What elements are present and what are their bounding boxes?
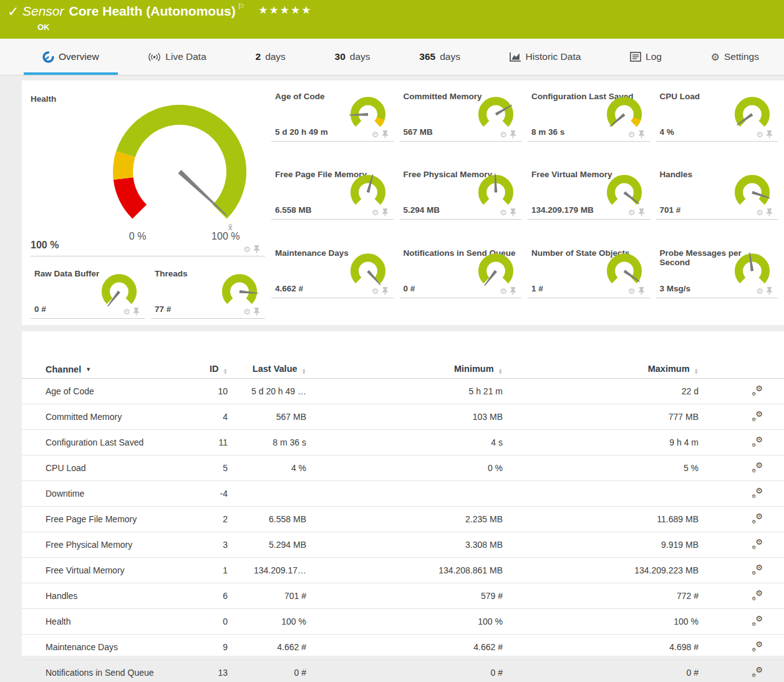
- tab-count: 365: [419, 51, 435, 62]
- channel-settings-icon[interactable]: ⚙⚙: [752, 385, 763, 396]
- channel-settings-icon[interactable]: ⚙⚙: [752, 462, 763, 473]
- pin-icon[interactable]: [638, 287, 645, 295]
- gear-icon[interactable]: ⚙: [372, 130, 379, 139]
- pin-icon[interactable]: [382, 130, 389, 139]
- priority-stars[interactable]: ★★★★★: [258, 4, 312, 16]
- tab-label: days: [440, 51, 460, 62]
- cell-id: 0: [195, 616, 228, 626]
- tab-label: Log: [646, 51, 662, 62]
- tab-2-days[interactable]: 2 days: [237, 39, 304, 75]
- cell-channel: Notifications in Send Queue: [46, 668, 195, 678]
- pin-icon[interactable]: [253, 308, 260, 316]
- gauge-tile-configuration-last-saved: Configuration Last Saved 8 m 36 s ⚙: [528, 84, 650, 142]
- tab-historic-data[interactable]: Historic Data: [491, 39, 600, 75]
- gear-icon[interactable]: ⚙: [500, 208, 507, 217]
- page-title: Core Health (Autonomous): [69, 4, 236, 18]
- gear-icon[interactable]: ⚙: [628, 287, 636, 295]
- channel-settings-icon[interactable]: ⚙⚙: [752, 666, 763, 678]
- cell-channel: Maintenance Days: [46, 642, 195, 652]
- mini-gauge: [729, 94, 775, 136]
- pin-icon[interactable]: [766, 287, 773, 295]
- gear-icon[interactable]: ⚙: [372, 287, 379, 295]
- channel-settings-icon[interactable]: ⚙⚙: [752, 487, 763, 499]
- column-header-id[interactable]: ID▲▼: [195, 364, 228, 375]
- tab-30-days[interactable]: 30 days: [316, 39, 389, 75]
- cell-maximum: 0 #: [503, 668, 699, 678]
- tab-count: 2: [256, 51, 261, 62]
- mini-gauge: [601, 172, 647, 214]
- chart-icon: [510, 52, 521, 62]
- channel-settings-icon[interactable]: ⚙⚙: [752, 590, 763, 601]
- gauge-needle: [178, 170, 228, 217]
- mini-gauge: [473, 94, 519, 136]
- gear-icon[interactable]: ⚙: [628, 208, 636, 217]
- mini-gauge: [601, 94, 647, 136]
- pin-icon[interactable]: [766, 130, 773, 139]
- gauge-value: 4 %: [660, 127, 674, 137]
- object-kind-label: Sensor: [22, 4, 64, 18]
- channel-settings-icon[interactable]: ⚙⚙: [752, 538, 763, 550]
- pin-icon[interactable]: [133, 308, 140, 316]
- channel-settings-icon[interactable]: ⚙⚙: [752, 615, 763, 626]
- cell-maximum: 9.919 MB: [503, 540, 699, 550]
- gear-icon[interactable]: ⚙: [243, 245, 251, 253]
- gear-icon[interactable]: ⚙: [756, 208, 763, 217]
- gear-icon[interactable]: ⚙: [756, 287, 763, 295]
- pin-icon[interactable]: [253, 245, 260, 253]
- gauge-tile-handles: Handles 701 # ⚙: [656, 162, 778, 220]
- cell-id: 6: [195, 591, 228, 601]
- cell-last-value: 8 m 36 s: [228, 437, 306, 447]
- gauge-tile-committed-memory: Committed Memory 567 MB ⚙: [400, 84, 522, 142]
- cell-maximum: 11.689 MB: [503, 514, 699, 524]
- channel-settings-icon[interactable]: ⚙⚙: [752, 513, 763, 524]
- pin-icon[interactable]: [510, 287, 516, 295]
- channel-settings-icon[interactable]: ⚙⚙: [752, 436, 763, 447]
- gear-icon[interactable]: ⚙: [372, 208, 379, 217]
- column-header-maximum[interactable]: Maximum▲▼: [503, 364, 699, 375]
- cell-channel: Health: [46, 616, 195, 626]
- cell-maximum: 777 MB: [503, 412, 699, 422]
- cell-maximum: 100 %: [503, 616, 699, 626]
- column-header-last-value[interactable]: Last Value▲▼: [228, 364, 306, 375]
- cell-channel: Configuration Last Saved: [46, 437, 195, 447]
- pin-icon[interactable]: [766, 208, 773, 217]
- tab-bar: Overview Live Data 2 days 30 days 365 da…: [0, 39, 784, 76]
- gear-icon[interactable]: ⚙: [123, 308, 130, 316]
- pin-icon[interactable]: [382, 208, 389, 217]
- tab-overview[interactable]: Overview: [24, 39, 118, 75]
- gauge-value: 3 Msg/s: [660, 284, 691, 293]
- table-row: Free Page File Memory 2 6.558 MB 2.235 M…: [22, 507, 784, 532]
- cell-last-value: 567 MB: [228, 412, 306, 422]
- gear-icon[interactable]: ⚙: [243, 308, 251, 316]
- pin-icon[interactable]: [510, 130, 516, 139]
- mini-gauge: [729, 172, 775, 214]
- pin-icon[interactable]: [638, 130, 645, 139]
- sort-icon: ▲▼: [223, 368, 228, 375]
- column-header-channel[interactable]: Channel▼: [46, 364, 195, 374]
- gear-icon[interactable]: ⚙: [500, 130, 507, 139]
- gauge-tile-free-physical-memory: Free Physical Memory 5.294 MB ⚙: [400, 162, 522, 220]
- gear-icon[interactable]: ⚙: [500, 287, 507, 295]
- cell-channel: Downtime: [46, 489, 195, 499]
- pin-icon[interactable]: [382, 287, 389, 295]
- gear-icon[interactable]: ⚙: [756, 130, 763, 139]
- channel-settings-icon[interactable]: ⚙⚙: [752, 641, 763, 652]
- health-gauge: 0 % 100 % x̄: [103, 105, 256, 248]
- status-check-icon: ✓: [7, 4, 19, 20]
- tab-count: 30: [335, 51, 346, 62]
- channel-settings-icon[interactable]: ⚙⚙: [752, 564, 763, 575]
- tab-365-days[interactable]: 365 days: [400, 39, 479, 75]
- gauge-value: 100 %: [31, 240, 59, 251]
- pin-icon[interactable]: [510, 208, 516, 217]
- cell-id: 11: [195, 437, 228, 447]
- cell-maximum: 772 #: [503, 591, 699, 601]
- pin-icon[interactable]: [638, 208, 645, 217]
- tab-live-data[interactable]: Live Data: [129, 39, 225, 75]
- channel-settings-icon[interactable]: ⚙⚙: [752, 411, 763, 422]
- tab-settings[interactable]: ⚙ Settings: [692, 39, 778, 75]
- cell-last-value: 4 %: [228, 463, 306, 473]
- gear-icon[interactable]: ⚙: [628, 130, 636, 139]
- gauge-value: 6.558 MB: [275, 205, 312, 215]
- tab-log[interactable]: Log: [611, 39, 680, 75]
- column-header-minimum[interactable]: Minimum▲▼: [306, 364, 503, 375]
